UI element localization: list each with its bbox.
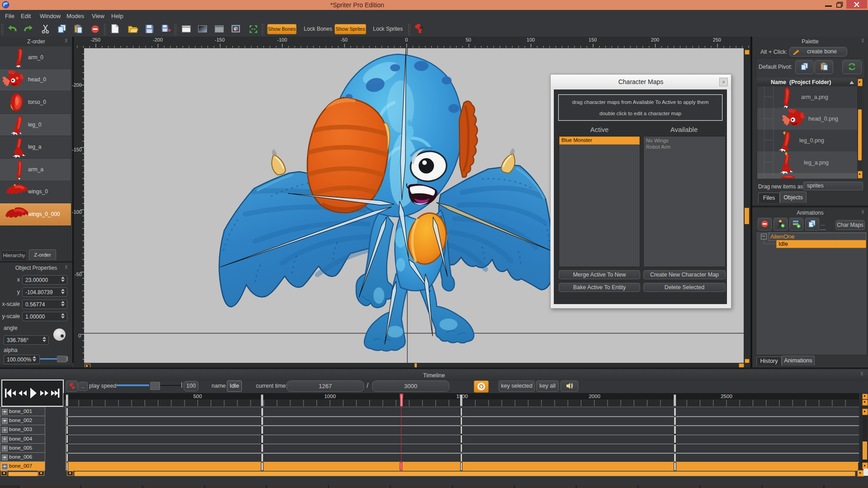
svg-text:150: 150 [589,37,597,42]
svg-text:-50: -50 [75,272,82,277]
svg-text:-200: -200 [153,37,163,42]
svg-text:100: 100 [527,37,535,42]
svg-text:2500: 2500 [721,394,732,399]
svg-text:50: 50 [466,37,471,42]
svg-text:-200: -200 [72,82,82,88]
svg-text:-250: -250 [90,37,100,42]
svg-text:0: 0 [78,333,81,338]
svg-text:-100: -100 [72,209,82,215]
svg-text:0: 0 [405,37,408,42]
svg-text:-150: -150 [215,37,225,42]
svg-text:2000: 2000 [589,394,600,399]
svg-text:500: 500 [193,394,202,399]
svg-text:-100: -100 [277,37,287,42]
svg-text:250: 250 [713,37,721,42]
svg-text:1000: 1000 [324,394,336,399]
svg-text:200: 200 [651,37,659,42]
svg-text:-150: -150 [72,147,82,152]
svg-text:-50: -50 [340,37,348,42]
